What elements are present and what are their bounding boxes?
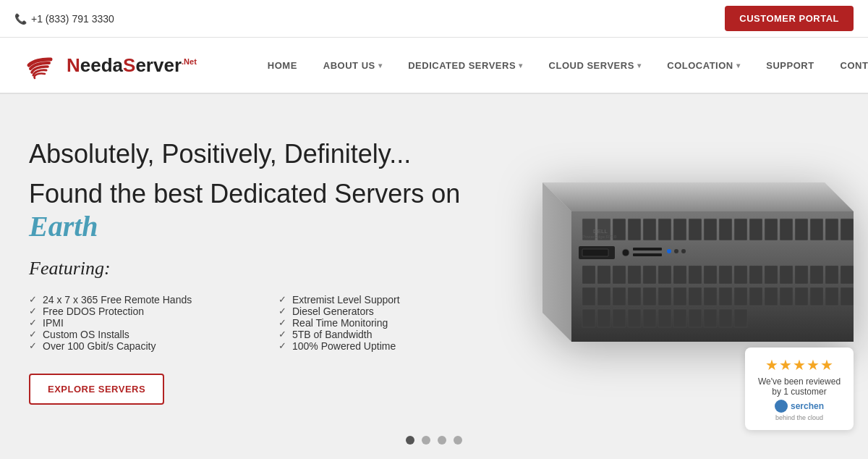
svg-rect-7 xyxy=(643,219,656,240)
chevron-down-icon: ▾ xyxy=(519,62,523,70)
feature-item: ✓ IPMI xyxy=(29,317,250,329)
feature-item: ✓ Extremist Level Support xyxy=(278,294,499,306)
svg-rect-70 xyxy=(658,309,671,327)
carousel-dot-4[interactable] xyxy=(454,436,462,445)
svg-rect-68 xyxy=(628,309,641,327)
feature-item: ✓ Custom OS Installs xyxy=(29,329,250,340)
feature-item: ✓ 5TB of Bandwidth xyxy=(278,329,499,340)
nav-support[interactable]: SUPPORT xyxy=(753,37,827,93)
svg-rect-57 xyxy=(734,287,747,306)
feature-item: ✓ 24 x 7 x 365 Free Remote Hands xyxy=(29,294,250,306)
review-badge: ★★★★★ We've been reviewed by 1 customer … xyxy=(745,348,854,430)
svg-marker-0 xyxy=(542,182,854,211)
svg-rect-71 xyxy=(673,309,686,327)
svg-rect-17 xyxy=(795,219,808,240)
svg-rect-58 xyxy=(749,287,762,306)
svg-rect-12 xyxy=(719,219,732,240)
review-text: We've been reviewed by 1 customer xyxy=(757,376,842,397)
svg-point-23 xyxy=(622,249,629,256)
check-icon: ✓ xyxy=(278,294,286,305)
check-icon: ✓ xyxy=(29,294,37,305)
svg-rect-10 xyxy=(689,219,702,240)
svg-rect-48 xyxy=(597,287,610,306)
nav-dedicated-servers[interactable]: DEDICATED SERVERS ▾ xyxy=(395,37,535,93)
svg-rect-42 xyxy=(780,266,793,284)
svg-rect-60 xyxy=(780,287,793,306)
svg-rect-43 xyxy=(795,266,808,284)
svg-rect-15 xyxy=(765,219,778,240)
check-icon: ✓ xyxy=(278,329,286,340)
nav-about-us[interactable]: ABOUT US ▾ xyxy=(310,37,395,93)
feature-item: ✓ Diesel Generators xyxy=(278,306,499,317)
svg-rect-64 xyxy=(841,287,854,306)
check-icon: ✓ xyxy=(29,340,37,351)
logo[interactable]: NeedaServer.Net xyxy=(22,47,197,83)
explore-servers-button[interactable]: EXPLORE SERVERS xyxy=(29,374,164,405)
svg-rect-29 xyxy=(582,266,595,284)
phone-icon: 📞 xyxy=(14,13,27,25)
svg-rect-49 xyxy=(613,287,626,306)
check-icon: ✓ xyxy=(278,306,286,316)
check-icon: ✓ xyxy=(29,329,37,340)
svg-rect-69 xyxy=(643,309,656,327)
svg-rect-38 xyxy=(719,266,732,284)
top-bar: 📞 +1 (833) 791 3330 CUSTOMER PORTAL xyxy=(0,0,868,38)
chevron-down-icon: ▾ xyxy=(637,62,642,70)
svg-point-27 xyxy=(674,249,678,253)
svg-rect-22 xyxy=(582,249,608,256)
feature-item: ✓ 100% Powered Uptime xyxy=(278,340,499,352)
serchen-icon xyxy=(775,400,788,413)
features-grid: ✓ 24 x 7 x 365 Free Remote Hands ✓ Free … xyxy=(29,294,499,352)
carousel-dot-3[interactable] xyxy=(438,436,446,445)
svg-rect-59 xyxy=(765,287,778,306)
feature-item: ✓ Free DDOS Protection xyxy=(29,306,250,317)
check-icon: ✓ xyxy=(278,317,286,328)
carousel-dot-1[interactable] xyxy=(406,436,414,445)
svg-rect-41 xyxy=(765,266,778,284)
customer-portal-button[interactable]: CUSTOMER PORTAL xyxy=(725,6,854,31)
svg-rect-50 xyxy=(628,287,641,306)
svg-rect-46 xyxy=(841,266,854,284)
svg-rect-18 xyxy=(810,219,823,240)
svg-rect-16 xyxy=(780,219,793,240)
svg-rect-32 xyxy=(628,266,641,284)
svg-rect-35 xyxy=(673,266,686,284)
svg-rect-62 xyxy=(810,287,823,306)
svg-rect-61 xyxy=(795,287,808,306)
svg-rect-30 xyxy=(597,266,610,284)
svg-rect-74 xyxy=(719,309,732,327)
svg-rect-33 xyxy=(643,266,656,284)
check-icon: ✓ xyxy=(29,306,37,316)
svg-rect-14 xyxy=(749,219,762,240)
svg-rect-31 xyxy=(613,266,626,284)
featuring-label: Featuring: xyxy=(29,258,499,279)
svg-rect-67 xyxy=(613,309,626,327)
svg-point-26 xyxy=(667,249,671,253)
nav-home[interactable]: HOME xyxy=(255,37,310,93)
svg-rect-55 xyxy=(704,287,717,306)
nav-contact[interactable]: CONTACT xyxy=(827,37,868,93)
svg-text:PowerEdge R710: PowerEdge R710 xyxy=(582,235,617,239)
svg-rect-34 xyxy=(658,266,671,284)
hero-headline-2: Found the best Dedicated Servers on Eart… xyxy=(29,179,499,243)
svg-rect-65 xyxy=(582,309,595,327)
nav-cloud-servers[interactable]: CLOUD SERVERS ▾ xyxy=(536,37,655,93)
svg-rect-63 xyxy=(825,287,838,306)
feature-item: ✓ Real Time Monitoring xyxy=(278,317,499,329)
svg-rect-6 xyxy=(628,219,641,240)
svg-point-28 xyxy=(681,249,686,253)
carousel-dot-2[interactable] xyxy=(422,436,430,445)
svg-rect-52 xyxy=(658,287,671,306)
svg-text:DELL: DELL xyxy=(593,228,608,235)
svg-rect-45 xyxy=(825,266,838,284)
svg-rect-25 xyxy=(633,253,662,256)
svg-rect-9 xyxy=(673,219,686,240)
svg-rect-37 xyxy=(704,266,717,284)
serchen-logo: serchen xyxy=(757,400,842,413)
svg-rect-40 xyxy=(749,266,762,284)
serchen-tagline: behind the cloud xyxy=(757,414,842,421)
chevron-down-icon: ▾ xyxy=(736,62,741,70)
svg-rect-54 xyxy=(689,287,702,306)
svg-rect-73 xyxy=(704,309,717,327)
nav-colocation[interactable]: COLOCATION ▾ xyxy=(654,37,753,93)
